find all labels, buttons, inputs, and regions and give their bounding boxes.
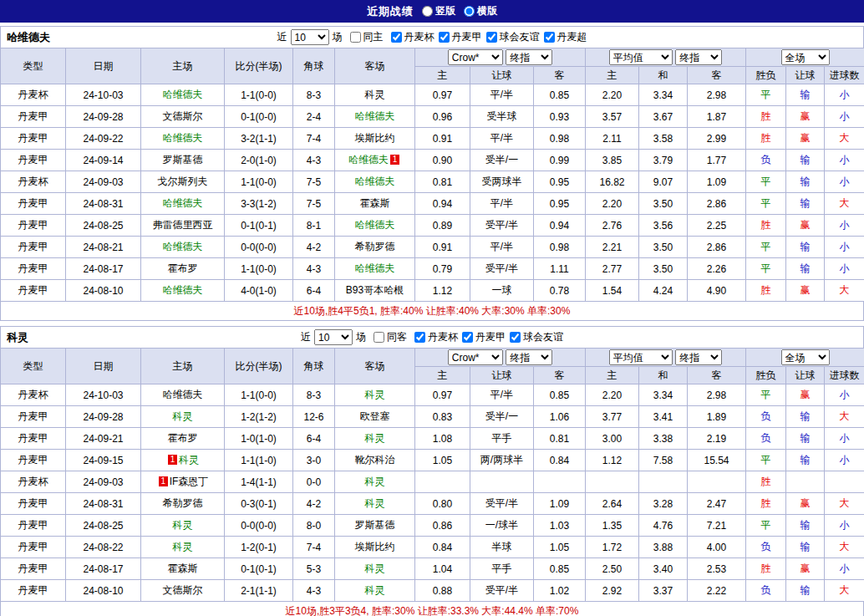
avg-draw-odds-cell: 3.38 [639,428,688,450]
team-name-text: 哈维德夫 [163,89,203,100]
horizontal-radio-label: 横版 [477,4,497,18]
goals-result-cell: 小 [825,450,864,471]
goals-result-cell: 大 [825,537,864,558]
same-venue-checkbox-input[interactable] [350,32,361,43]
home-odds-cell: 0.96 [415,106,470,128]
col-header-home: 主场 [141,48,225,84]
avg-draw-odds-cell: 3.56 [639,215,688,237]
odds-stage-select[interactable]: 终指 [506,49,552,65]
match-row: 丹麦杯24-09-03戈尔斯列夫1-1(0-0)7-5哈维德夫0.81受两球半0… [1,171,864,193]
avg-away-odds-cell: 2.19 [688,428,746,450]
average-select[interactable]: 平均值 [609,349,673,365]
team-name-text: 靴尔科治 [355,454,395,466]
league-checkbox-input[interactable] [462,332,473,343]
league-filter-checkbox[interactable]: 丹麦杯 [414,330,458,344]
league-filter-checkbox[interactable]: 球会友谊 [510,330,563,344]
handicap-result-cell: 输 [786,450,825,471]
goals-result-cell: 小 [825,237,864,258]
avg-home-odds-cell: 2.77 [586,258,639,280]
results-table: 类型 日期 主场 比分(半场) 角球 客场 Crow* 终指 [0,48,864,302]
match-row: 丹麦甲24-08-25弗雷德里西亚0-1(0-1)8-1哈维德夫0.89受平/半… [1,215,864,237]
team-name-text: 哈维德夫 [355,262,395,274]
horizontal-radio-input[interactable] [464,6,475,17]
average-select[interactable]: 平均值 [609,49,673,65]
same-venue-checkbox[interactable]: 同主 [350,30,384,44]
scope-select[interactable]: 全场 [781,49,830,65]
bookmaker-select[interactable]: Crow* [448,349,503,365]
match-count-select[interactable]: 10 [291,29,329,45]
team-name-text: 哈维德夫 [348,154,389,165]
date-cell: 24-08-31 [66,493,141,515]
league-checkbox-label: 球会友谊 [523,330,563,344]
bookmaker-select[interactable]: Crow* [448,49,503,65]
vertical-radio-input[interactable] [422,6,433,17]
result-cell: 胜 [746,128,786,150]
layout-horizontal-radio[interactable]: 横版 [464,4,497,18]
team-name-text: 欧登塞 [360,410,390,422]
home-team-cell: 哈维德夫 [141,84,225,106]
goals-result-cell: 大 [825,493,864,515]
league-cell: 丹麦甲 [1,493,66,515]
results-table: 类型 日期 主场 比分(半场) 角球 客场 Crow* 终指 [0,348,864,602]
bookmaker-odds-header: Crow* 终指 [415,48,586,67]
away-team-cell: 哈维德夫 [335,106,415,128]
same-venue-checkbox[interactable]: 同客 [374,330,407,344]
avg-draw-odds-cell [639,471,688,493]
layout-vertical-radio[interactable]: 竖版 [422,4,455,18]
league-cell: 丹麦杯 [1,171,66,193]
team-name-text: 霍布罗 [168,262,198,274]
league-checkbox-input[interactable] [544,32,555,43]
corners-cell: 8-0 [293,515,335,537]
col-header-away: 客场 [335,349,415,384]
score-cell: 1-1(1-0) [225,450,293,471]
avg-draw-odds-cell: 3.50 [639,193,688,215]
red-card-badge: 1 [168,455,177,465]
league-checkbox-input[interactable] [414,332,425,343]
handicap-result-cell: 赢 [786,493,825,515]
league-cell: 丹麦甲 [1,406,66,428]
handicap-cell: 受平/半 [470,493,534,515]
odds-stage-select[interactable]: 终指 [506,349,552,365]
league-checkbox-input[interactable] [486,32,497,43]
handicap-cell [470,471,534,493]
league-filter-checkbox[interactable]: 丹麦杯 [391,30,435,44]
score-cell: 1-2(1-2) [225,406,293,428]
league-checkbox-input[interactable] [391,32,402,43]
same-venue-label: 同客 [387,330,407,344]
average-stage-select[interactable]: 终指 [675,349,722,365]
result-cell: 平 [746,384,786,406]
league-filter-checkbox[interactable]: 球会友谊 [486,30,540,44]
score-cell: 1-0(1-0) [225,428,293,450]
handicap-result-cell: 输 [786,515,825,537]
handicap-cell: 受平/半 [470,258,534,280]
handicap-cell: 平手 [470,558,534,580]
same-venue-label: 同主 [363,30,384,44]
league-filter-checkbox[interactable]: 丹麦甲 [462,330,506,344]
avg-away-odds-cell [688,471,746,493]
league-checkbox-input[interactable] [510,332,521,343]
team-name-text: 希勒罗德 [163,497,203,509]
match-count-select[interactable]: 10 [314,329,353,345]
avg-away-odds-cell: 4.00 [688,537,746,558]
same-venue-checkbox-input[interactable] [374,332,384,343]
scope-select[interactable]: 全场 [781,349,830,365]
match-row: 丹麦甲24-09-21霍布罗1-0(1-0)6-4科灵1.08平手0.813.0… [1,428,864,450]
handicap-cell: 平/半 [470,84,534,106]
home-odds-cell: 0.79 [415,258,470,280]
league-filter-checkbox[interactable]: 丹麦超 [544,30,587,44]
date-cell: 24-08-25 [66,515,141,537]
date-cell: 24-09-28 [66,406,141,428]
avg-draw-odds-cell: 3.34 [639,84,688,106]
home-odds-cell: 1.08 [415,428,470,450]
goals-result-cell: 小 [825,215,864,237]
league-cell: 丹麦甲 [1,515,66,537]
score-cell: 4-0(1-0) [225,280,293,302]
league-filter-checkbox[interactable]: 丹麦甲 [439,30,482,44]
away-team-cell: 罗斯基德 [335,515,415,537]
handicap-cell: 受两球半 [470,171,534,193]
league-checkbox-input[interactable] [439,32,450,43]
average-stage-select[interactable]: 终指 [675,49,722,65]
home-odds-cell [415,471,470,493]
league-cell: 丹麦甲 [1,450,66,471]
handicap-cell: 受半/一 [470,150,534,171]
